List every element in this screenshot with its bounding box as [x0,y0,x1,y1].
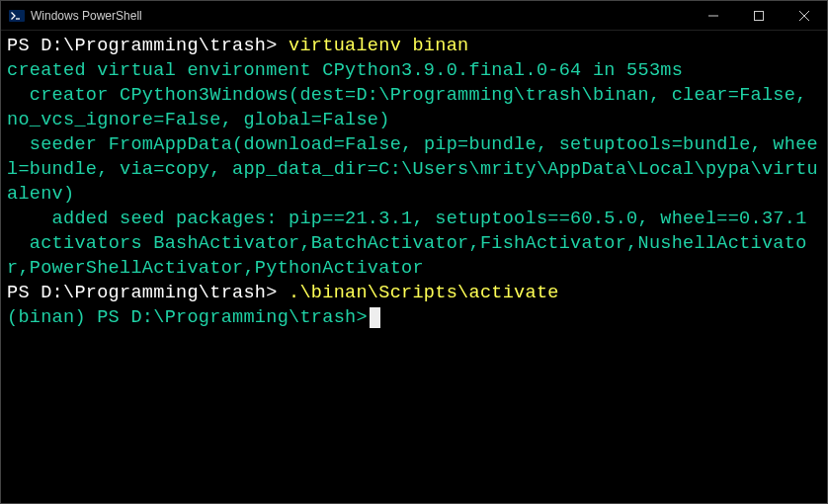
titlebar[interactable]: Windows PowerShell [1,1,827,31]
powershell-icon [9,8,25,24]
close-button[interactable] [782,1,827,30]
output-line: created virtual environment CPython3.9.0… [7,59,821,84]
prompt-text: (binan) PS D:\Programming\trash> [7,307,368,328]
output-line: creator CPython3Windows(dest=D:\Programm… [7,84,821,133]
svg-rect-3 [755,11,764,20]
maximize-button[interactable] [736,1,782,30]
window-title: Windows PowerShell [31,9,142,23]
output-line: added seed packages: pip==21.3.1, setupt… [7,208,821,232]
output-line: activators BashActivator,BatchActivator,… [7,232,821,282]
output-line: seeder FromAppData(download=False, pip=b… [7,133,821,208]
terminal-area[interactable]: PS D:\Programming\trash> virtualenv bina… [1,31,827,503]
prompt-line: (binan) PS D:\Programming\trash> [7,306,821,331]
cursor [370,307,380,328]
prompt-line: PS D:\Programming\trash> virtualenv bina… [7,35,821,59]
prompt-text: PS D:\Programming\trash> [7,283,289,303]
command-text: virtualenv binan [289,36,468,56]
prompt-text: PS D:\Programming\trash> [7,36,289,56]
svg-rect-0 [9,10,25,22]
titlebar-controls [691,1,827,30]
command-text: .\binan\Scripts\activate [289,283,559,303]
titlebar-left: Windows PowerShell [9,8,142,24]
prompt-line: PS D:\Programming\trash> .\binan\Scripts… [7,282,821,306]
minimize-button[interactable] [691,1,736,30]
